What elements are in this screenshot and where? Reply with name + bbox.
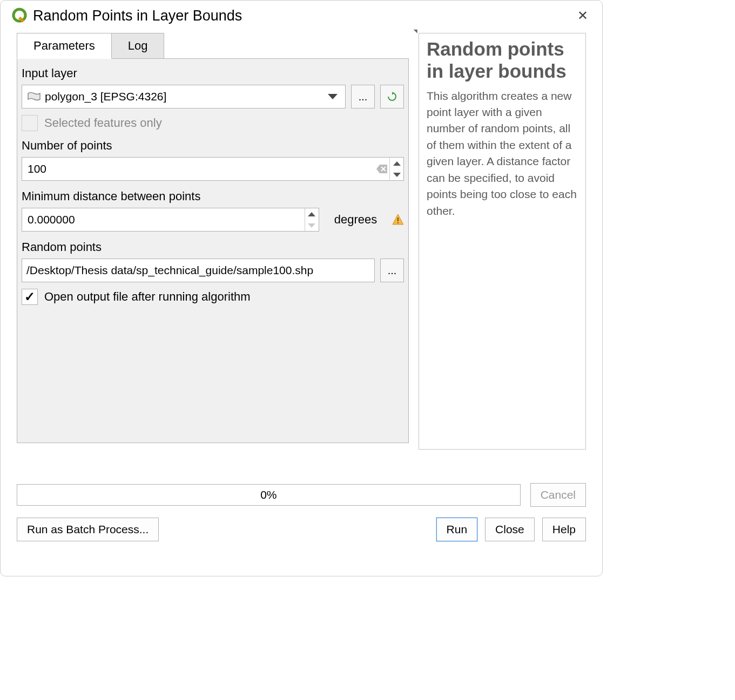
dialog-window: Random Points in Layer Bounds ✕ Paramete… xyxy=(0,0,603,576)
min-dist-unit: degrees xyxy=(334,213,377,227)
tab-bar: Parameters Log xyxy=(17,33,409,59)
help-button[interactable]: Help xyxy=(542,518,586,541)
output-row: ... xyxy=(22,259,404,282)
help-description: This algorithm creates a new point layer… xyxy=(427,88,578,220)
chevron-down-icon xyxy=(328,94,338,99)
output-label: Random points xyxy=(22,240,404,254)
num-points-spinbox[interactable] xyxy=(22,157,404,181)
selected-only-checkbox xyxy=(22,115,38,131)
titlebar: Random Points in Layer Bounds ✕ xyxy=(1,1,602,33)
checkmark-icon: ✓ xyxy=(24,289,35,304)
window-title: Random Points in Layer Bounds xyxy=(33,8,573,24)
num-points-input[interactable] xyxy=(22,158,374,180)
close-icon[interactable]: ✕ xyxy=(573,6,592,25)
selected-only-label: Selected features only xyxy=(44,116,162,130)
help-title: Random points in layer bounds xyxy=(427,38,578,83)
open-after-checkbox[interactable]: ✓ xyxy=(22,289,38,305)
polygon-icon xyxy=(26,91,42,102)
min-dist-stepper[interactable] xyxy=(305,208,319,231)
input-layer-combo[interactable]: polygon_3 [EPSG:4326] xyxy=(22,85,346,108)
left-column: Parameters Log Input layer polygon_3 [EP… xyxy=(17,33,409,450)
qgis-logo-icon xyxy=(10,6,29,25)
min-dist-spinbox[interactable] xyxy=(22,208,319,232)
input-layer-value: polygon_3 [EPSG:4326] xyxy=(45,90,325,103)
iterate-icon xyxy=(387,92,397,101)
svg-rect-3 xyxy=(397,222,399,223)
min-dist-input[interactable] xyxy=(22,208,305,231)
tab-parameters[interactable]: Parameters xyxy=(17,33,112,59)
progress-text: 0% xyxy=(260,488,277,501)
button-increment[interactable] xyxy=(390,158,403,169)
output-path-input[interactable] xyxy=(22,259,375,282)
iterate-button[interactable] xyxy=(380,85,404,108)
tab-log[interactable]: Log xyxy=(111,33,165,59)
warning-icon xyxy=(392,214,404,226)
input-layer-label: Input layer xyxy=(22,66,404,80)
parameters-panel: Input layer polygon_3 [EPSG:4326] ... xyxy=(17,58,409,443)
selected-only-row: Selected features only xyxy=(22,115,404,131)
help-panel: Random points in layer bounds This algor… xyxy=(419,33,586,450)
close-button[interactable]: Close xyxy=(485,518,535,541)
batch-button[interactable]: Run as Batch Process... xyxy=(17,518,159,541)
cancel-button: Cancel xyxy=(530,483,586,507)
button-decrement[interactable] xyxy=(390,169,403,180)
min-dist-label: Minimum distance between points xyxy=(22,189,404,203)
button-decrement xyxy=(305,220,319,231)
input-layer-row: polygon_3 [EPSG:4326] ... xyxy=(22,85,404,108)
clear-icon[interactable] xyxy=(374,158,389,180)
open-after-row: ✓ Open output file after running algorit… xyxy=(22,289,404,305)
progress-bar: 0% xyxy=(17,484,521,506)
num-points-stepper[interactable] xyxy=(389,158,403,180)
input-layer-browse-button[interactable]: ... xyxy=(351,85,375,108)
button-row: Run as Batch Process... Run Close Help xyxy=(1,507,602,552)
num-points-label: Number of points xyxy=(22,139,404,153)
svg-rect-2 xyxy=(397,218,399,221)
output-browse-button[interactable]: ... xyxy=(380,259,404,282)
content-area: Parameters Log Input layer polygon_3 [EP… xyxy=(1,33,602,450)
button-increment[interactable] xyxy=(305,208,319,220)
run-button[interactable]: Run xyxy=(436,518,478,541)
open-after-label: Open output file after running algorithm xyxy=(44,290,251,304)
min-dist-row: degrees xyxy=(22,208,404,232)
progress-row: 0% Cancel xyxy=(1,483,602,507)
